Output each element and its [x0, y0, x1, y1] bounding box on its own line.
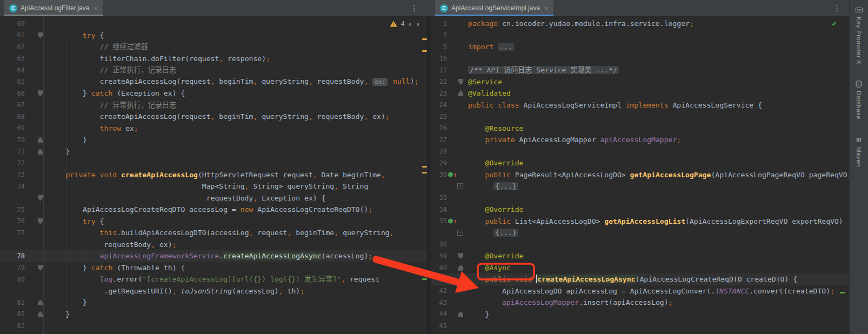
fold-marker-icon[interactable]: + — [457, 183, 463, 189]
code-line-row[interactable]: 65 createApiAccessLog(request, beginTim,… — [0, 76, 427, 88]
code-text[interactable]: } — [43, 297, 87, 309]
code-line-row[interactable]: + {...} — [431, 227, 850, 239]
close-icon[interactable]: × — [94, 5, 98, 12]
line-number[interactable]: 16 — [431, 55, 447, 62]
code-line-row[interactable]: requestBody, Exception ex) { — [0, 192, 427, 204]
line-number[interactable]: 64 — [0, 66, 25, 74]
line-number[interactable]: 3 — [431, 43, 447, 51]
line-number[interactable]: 35 — [431, 217, 447, 225]
code-line-row[interactable]: 79 } catch (Throwable th) { — [0, 262, 427, 274]
code-line-row[interactable]: 82 } — [0, 309, 427, 320]
code-line-row[interactable]: 62 // 继续过滤器 — [0, 41, 427, 53]
line-number[interactable]: 27 — [431, 136, 447, 144]
code-text[interactable]: public class ApiAccessLogServiceImpl imp… — [464, 99, 762, 111]
scrollbar-warning-mark[interactable] — [422, 38, 427, 40]
code-line-row[interactable]: 67 // 异常执行，记录日志 — [0, 99, 427, 111]
line-number[interactable]: 62 — [0, 43, 25, 51]
code-text[interactable]: // 异常执行，记录日志 — [43, 99, 176, 111]
code-text[interactable]: apiAccessLogFrameworkService.createApiAc… — [43, 250, 372, 262]
line-number[interactable]: 23 — [431, 90, 447, 97]
code-text[interactable]: apiAccessLogMapper.insert(apiAccessLog); — [464, 297, 672, 309]
fold-marker-icon[interactable]: + — [457, 230, 463, 236]
override-gutter-icon[interactable]: ↑ — [448, 218, 457, 224]
code-line-row[interactable]: 78 apiAccessLogFrameworkService.createAp… — [0, 250, 427, 262]
tab-apiaccesslogserviceimpl[interactable]: C ApiAccessLogServiceImpl.java × — [435, 0, 553, 16]
code-text[interactable]: } catch (Exception ex) { — [43, 88, 185, 99]
code-text[interactable]: {...} — [464, 181, 518, 192]
code-line-row[interactable]: 80 log.error("[createApiAccessLog][url({… — [0, 273, 427, 285]
override-gutter-icon[interactable]: ↑ — [448, 172, 457, 178]
code-line-row[interactable]: 38 — [431, 239, 850, 251]
scrollbar-changed-lines-mark[interactable] — [840, 292, 845, 293]
line-number[interactable]: 67 — [0, 101, 25, 109]
code-line-row[interactable]: 25 — [431, 111, 850, 123]
code-text[interactable]: public PageResult<ApiAccessLogDO> getApi… — [464, 169, 850, 181]
code-line-row[interactable]: 33 — [431, 192, 850, 204]
code-text[interactable]: createApiAccessLog(request, beginTim, qu… — [43, 111, 390, 123]
code-line-row[interactable]: 70 } — [0, 134, 427, 146]
line-number[interactable]: 79 — [0, 264, 25, 271]
more-options-icon[interactable]: ⋮ — [833, 0, 841, 16]
line-number[interactable]: 80 — [0, 276, 25, 283]
line-number[interactable]: 81 — [0, 299, 25, 306]
code-text[interactable]: // 继续过滤器 — [43, 41, 148, 53]
code-text[interactable]: } — [43, 309, 70, 320]
line-number[interactable]: 40 — [431, 264, 447, 271]
code-line-row[interactable]: 72 — [0, 157, 427, 169]
line-number[interactable]: 33 — [431, 194, 447, 202]
line-number[interactable]: 61 — [0, 31, 25, 39]
line-number[interactable]: 41 — [431, 276, 447, 283]
line-number[interactable]: 25 — [431, 113, 447, 121]
code-line-row[interactable]: 42 ApiAccessLogDO apiAccessLog = ApiAcce… — [431, 285, 850, 297]
line-number[interactable]: 30 — [431, 171, 447, 178]
code-text[interactable]: package cn.iocoder.yudao.module.infra.se… — [464, 18, 694, 30]
code-line-row[interactable]: 71 } — [0, 146, 427, 158]
code-line-row[interactable]: 44 } — [431, 309, 850, 320]
code-text[interactable]: @Override — [464, 250, 524, 262]
code-line-row[interactable]: 73 private void createApiAccessLog(HttpS… — [0, 169, 427, 181]
code-line-row[interactable]: 61 try { — [0, 30, 427, 42]
code-line-row[interactable]: 81 } — [0, 297, 427, 309]
code-line-row[interactable]: 29 @Override — [431, 157, 850, 169]
code-line-row[interactable]: 74 Map<String, String> queryString, Stri… — [0, 181, 427, 192]
fold-marker-icon[interactable] — [38, 149, 43, 155]
line-number[interactable]: 75 — [0, 206, 25, 213]
code-line-row[interactable]: 30↑ public PageResult<ApiAccessLogDO> ge… — [431, 169, 850, 181]
toolwindow-key-promoter-x[interactable]: Key Promoter X — [856, 6, 863, 64]
override-gutter-icon[interactable]: ↑ — [448, 276, 457, 282]
line-number[interactable]: 82 — [0, 310, 25, 318]
code-text[interactable]: log.error("[createApiAccessLog][url({}) … — [43, 273, 379, 285]
code-text[interactable]: @Resource — [464, 123, 524, 135]
code-text[interactable]: /** API 访问日志 Service 实现类 ...*/ — [464, 64, 619, 76]
code-line-row[interactable]: 1package cn.iocoder.yudao.module.infra.s… — [431, 18, 850, 30]
code-line-row[interactable]: 76 try { — [0, 216, 427, 228]
inspections-widget[interactable]: ! 4 ∧ ∨ — [390, 20, 420, 28]
line-number[interactable]: 17 — [431, 66, 447, 74]
tab-apiaccesslogfilter[interactable]: C ApiAccessLogFilter.java × — [4, 0, 103, 16]
code-text[interactable]: @Override — [464, 157, 524, 169]
fold-marker-icon[interactable] — [458, 311, 463, 317]
line-number[interactable]: 44 — [431, 310, 447, 318]
code-line-row[interactable]: 16 — [431, 53, 850, 65]
code-line-row[interactable]: 34 @Override — [431, 204, 850, 216]
code-text[interactable]: public void createApiAccessLogAsync(ApiA… — [464, 273, 797, 285]
next-warning-icon[interactable]: ∨ — [416, 21, 420, 27]
code-line-row[interactable]: 77 this.buildApiAccessLogDTO(accessLog, … — [0, 227, 427, 239]
line-number[interactable]: 42 — [431, 287, 447, 295]
fold-marker-icon[interactable] — [38, 265, 43, 271]
code-line-row[interactable]: .getRequestURI(), toJsonString(accessLog… — [0, 285, 427, 297]
code-line-row[interactable]: 22@Service — [431, 76, 850, 88]
code-text[interactable]: ApiAccessLogDO apiAccessLog = ApiAccessL… — [464, 285, 834, 297]
toolwindow-maven[interactable]: m Maven — [856, 136, 862, 167]
more-options-icon[interactable]: ⋮ — [410, 0, 418, 16]
line-number[interactable]: 69 — [0, 124, 25, 132]
code-text[interactable]: ApiAccessLogCreateReqDTO accessLog = new… — [43, 204, 372, 216]
code-line-row[interactable]: 43 apiAccessLogMapper.insert(apiAccessLo… — [431, 297, 850, 309]
fold-marker-icon[interactable] — [38, 137, 43, 143]
toolwindow-database[interactable]: Database — [856, 81, 862, 119]
line-number[interactable]: 60 — [0, 20, 25, 28]
code-line-row[interactable]: + {...} — [431, 181, 850, 192]
code-line-row[interactable]: 17/** API 访问日志 Service 实现类 ...*/ — [431, 64, 850, 76]
line-number[interactable]: 76 — [0, 217, 25, 225]
code-text[interactable]: private void createApiAccessLog(HttpServ… — [43, 169, 385, 181]
